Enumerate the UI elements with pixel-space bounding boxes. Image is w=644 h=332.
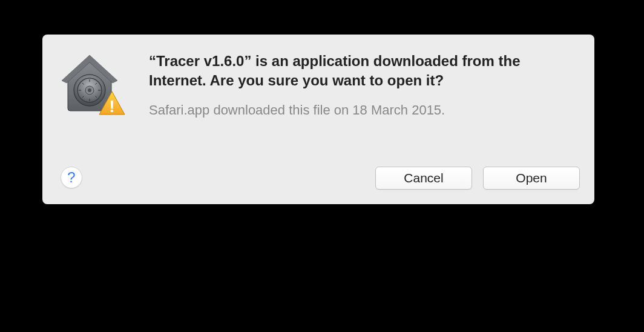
icon-column: ! ? (59, 51, 144, 190)
help-icon: ? (67, 169, 75, 186)
gatekeeper-icon: ! (59, 54, 130, 124)
gatekeeper-dialog: ! ? “Tracer v1.6.0” is an application do… (42, 35, 594, 204)
svg-point-11 (88, 88, 91, 92)
help-button[interactable]: ? (61, 167, 82, 188)
content-column: “Tracer v1.6.0” is an application downlo… (144, 51, 580, 190)
dialog-title: “Tracer v1.6.0” is an application downlo… (149, 51, 580, 91)
button-row: Cancel Open (149, 167, 580, 190)
dialog-subtitle: Safari.app downloaded this file on 18 Ma… (149, 102, 580, 119)
cancel-button[interactable]: Cancel (375, 167, 472, 190)
open-button[interactable]: Open (483, 167, 580, 190)
svg-text:!: ! (109, 97, 114, 116)
